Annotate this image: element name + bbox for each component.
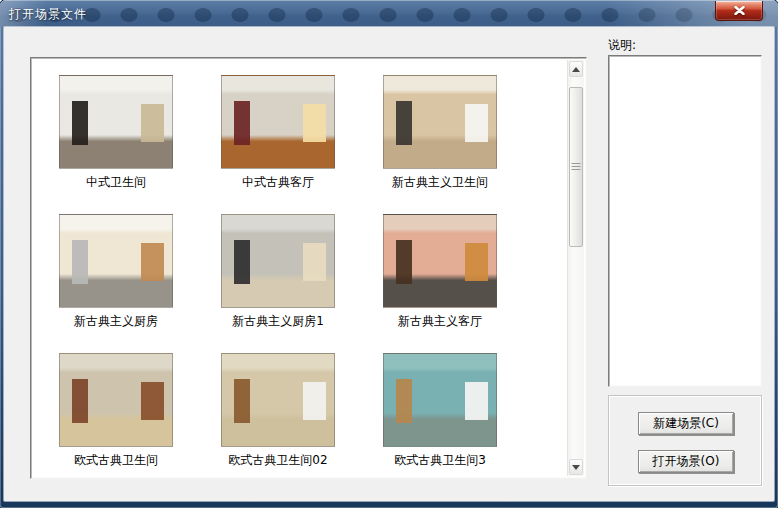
- thumbnail-accent: [465, 104, 489, 143]
- scene-thumbnail[interactable]: [221, 75, 335, 169]
- scene-label: 中式卫生间: [86, 174, 146, 191]
- thumbnail-accent: [72, 379, 88, 423]
- arrow-down-icon: [572, 465, 580, 470]
- dialog-client-area: 中式卫生间 中式古典客厅 新古典主义卫生间 新古典主义厨房 新古典主义厨房1 新…: [4, 27, 774, 501]
- scene-item[interactable]: 欧式古典卫生间3: [359, 351, 521, 476]
- scene-item[interactable]: 新古典主义厨房: [35, 212, 197, 351]
- scene-thumbnail[interactable]: [221, 353, 335, 447]
- thumbnail-accent: [72, 101, 88, 145]
- open-scene-button[interactable]: 打开场景(O): [638, 450, 734, 473]
- scene-label: 中式古典客厅: [242, 174, 314, 191]
- thumbnail-accent: [303, 243, 327, 282]
- scene-thumbnail[interactable]: [383, 75, 497, 169]
- arrow-up-icon: [572, 67, 580, 72]
- scene-label: 欧式古典卫生间02: [228, 452, 327, 469]
- thumbnail-accent: [465, 243, 489, 282]
- scrollbar-gripper-icon: [572, 163, 581, 171]
- scene-thumbnail[interactable]: [59, 214, 173, 308]
- scene-label: 新古典主义厨房1: [232, 313, 324, 330]
- scene-item[interactable]: 欧式古典卫生间: [35, 351, 197, 476]
- thumbnail-accent: [303, 104, 327, 143]
- scroll-up-button[interactable]: [569, 61, 583, 77]
- thumbnail-accent: [234, 101, 250, 145]
- thumbnail-accent: [141, 382, 165, 421]
- new-scene-button[interactable]: 新建场景(C): [638, 412, 734, 435]
- description-box[interactable]: [608, 55, 762, 387]
- scene-label: 欧式古典卫生间: [74, 452, 158, 469]
- close-button[interactable]: [715, 1, 763, 21]
- scene-label: 新古典主义卫生间: [392, 174, 488, 191]
- scene-item[interactable]: 中式卫生间: [35, 73, 197, 212]
- title-bar[interactable]: 打开场景文件: [0, 0, 778, 27]
- scene-thumbnail[interactable]: [383, 353, 497, 447]
- scene-item[interactable]: 中式古典客厅: [197, 73, 359, 212]
- scene-grid: 中式卫生间 中式古典客厅 新古典主义卫生间 新古典主义厨房 新古典主义厨房1 新…: [33, 60, 567, 476]
- thumbnail-accent: [396, 240, 412, 284]
- scene-thumbnail[interactable]: [383, 214, 497, 308]
- thumbnail-accent: [72, 240, 88, 284]
- scene-item[interactable]: 新古典主义客厅: [359, 212, 521, 351]
- scene-label: 新古典主义厨房: [74, 313, 158, 330]
- scene-thumbnail[interactable]: [221, 214, 335, 308]
- thumbnail-accent: [396, 101, 412, 145]
- scene-label: 新古典主义客厅: [398, 313, 482, 330]
- scroll-down-button[interactable]: [569, 459, 583, 475]
- thumbnail-accent: [465, 382, 489, 421]
- action-button-group: 新建场景(C) 打开场景(O): [608, 395, 762, 486]
- dialog-window: 打开场景文件 中式卫生间 中式古典客厅 新古典主义卫生间: [0, 0, 778, 508]
- thumbnail-accent: [234, 379, 250, 423]
- scene-item[interactable]: 欧式古典卫生间02: [197, 351, 359, 476]
- scrollbar-thumb[interactable]: [569, 87, 583, 247]
- vertical-scrollbar[interactable]: [567, 60, 584, 476]
- thumbnail-accent: [396, 379, 412, 423]
- scene-thumbnail[interactable]: [59, 75, 173, 169]
- window-title: 打开场景文件: [9, 6, 87, 23]
- scene-label: 欧式古典卫生间3: [394, 452, 486, 469]
- thumbnail-accent: [141, 243, 165, 282]
- scene-thumbnail[interactable]: [59, 353, 173, 447]
- description-label: 说明:: [608, 37, 636, 54]
- thumbnail-accent: [141, 104, 165, 143]
- thumbnail-accent: [303, 382, 327, 421]
- scene-item[interactable]: 新古典主义卫生间: [359, 73, 521, 212]
- close-icon: [734, 6, 745, 15]
- scene-item[interactable]: 新古典主义厨房1: [197, 212, 359, 351]
- thumbnail-accent: [234, 240, 250, 284]
- scene-listbox: 中式卫生间 中式古典客厅 新古典主义卫生间 新古典主义厨房 新古典主义厨房1 新…: [30, 57, 587, 479]
